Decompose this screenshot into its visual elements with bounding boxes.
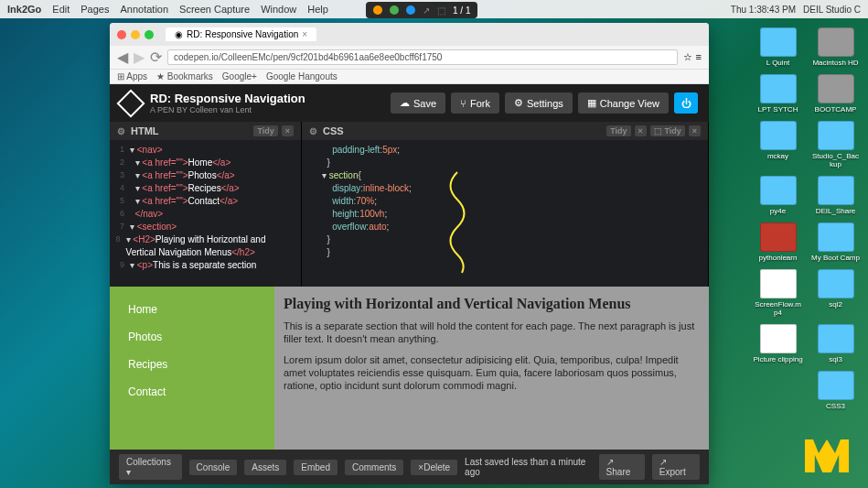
close-icon[interactable] [117, 30, 126, 39]
save-button[interactable]: ☁Save [391, 92, 445, 114]
css-close-2-button[interactable]: × [689, 125, 701, 136]
bookmark-hangouts[interactable]: Google Hangouts [266, 71, 338, 81]
icon-label: L Quint [766, 59, 790, 67]
reload-icon[interactable]: ⟳ [150, 49, 162, 66]
delete-button[interactable]: ×Delete [411, 460, 457, 475]
file-icon [760, 324, 797, 353]
desktop-icon[interactable]: ScreenFlow.mp4 [753, 269, 803, 317]
icon-label: LPT SYTCH [758, 105, 798, 114]
css-code-area[interactable]: padding-left:5px; } ▾ section{ display:i… [302, 140, 708, 287]
browser-window: ◉ RD: Responsive Navigation × ◀ ▶ ⟳ code… [110, 23, 709, 484]
folder-icon [818, 269, 854, 298]
menu-edit[interactable]: Edit [52, 4, 70, 15]
html-tidy-button[interactable]: Tidy [253, 125, 277, 136]
icon-label: BOOTCAMP [815, 105, 857, 114]
html-close-button[interactable]: × [282, 125, 294, 136]
menu-icon[interactable]: ≡ [696, 51, 702, 63]
preview-p1: This is a separate section that will hol… [284, 320, 700, 346]
desktop-icon[interactable]: BOOTCAMP [810, 74, 861, 114]
tab-title: RD: Responsive Navigation [187, 29, 298, 39]
preview-nav: Home Photos Recipes Contact [110, 287, 274, 450]
html-label: HTML [131, 125, 159, 136]
nav-contact[interactable]: Contact [110, 378, 274, 406]
icon-label: py4e [770, 207, 786, 215]
menu-help[interactable]: Help [307, 4, 328, 15]
bookmark-bookmarks[interactable]: ★ Bookmarks [156, 71, 213, 81]
maximize-icon[interactable] [145, 30, 154, 39]
html-editor: ⚙ HTML Tidy × 1▾ <nav> 2 ▾ <a href="">Ho… [110, 122, 302, 287]
menu-screen-capture[interactable]: Screen Capture [179, 4, 250, 15]
nav-home[interactable]: Home [110, 296, 274, 323]
pen-blue-icon[interactable] [406, 5, 415, 15]
css-tidy-2-button[interactable]: ⬚ Tidy [650, 125, 685, 136]
desktop-icon[interactable]: L Quint [753, 27, 803, 67]
desktop-icon[interactable]: Macintosh HD [810, 27, 861, 67]
desktop-icon[interactable]: DEIL_Share [810, 176, 861, 215]
back-icon[interactable]: ◀ [117, 49, 128, 66]
hd-icon [818, 74, 854, 103]
fork-button[interactable]: ⑂Fork [451, 92, 499, 114]
icon-label: ScreenFlow.mp4 [753, 300, 803, 317]
forward-icon[interactable]: ▶ [134, 49, 145, 66]
minimize-icon[interactable] [131, 30, 140, 39]
power-icon: ⏻ [681, 98, 691, 109]
bookmark-google-plus[interactable]: Google+ [222, 71, 257, 81]
browser-tab[interactable]: ◉ RD: Responsive Navigation × [166, 27, 316, 41]
icon-label: Macintosh HD [812, 59, 858, 67]
desktop-icon[interactable]: sql2 [810, 269, 861, 317]
css-settings-icon[interactable]: ⚙ [309, 126, 317, 136]
assets-button[interactable]: Assets [244, 460, 286, 475]
desktop-icon[interactable]: Studio_C_Backup [810, 121, 861, 168]
tool-icon[interactable]: ⬚ [437, 5, 445, 16]
menu-pages[interactable]: Pages [80, 4, 109, 15]
app-menu[interactable]: Ink2Go [7, 4, 41, 15]
collections-button[interactable]: Collections ▾ [119, 454, 182, 480]
settings-button[interactable]: ⚙Settings [505, 92, 573, 114]
arrow-icon[interactable]: ↗ [423, 5, 430, 16]
preview-p2: Lorem ipsum dolor sit amet, consectetur … [284, 353, 700, 393]
html-code-area[interactable]: 1▾ <nav> 2 ▾ <a href="">Home</a> 3 ▾ <a … [110, 140, 301, 287]
file-icon [760, 269, 797, 298]
css-tidy-button[interactable]: Tidy [606, 125, 630, 136]
desktop-icon[interactable]: sql3 [810, 324, 861, 363]
html-settings-icon[interactable]: ⚙ [117, 126, 125, 136]
desktop-icon[interactable]: Picture clipping [753, 324, 803, 363]
export-button[interactable]: ↗ Export [652, 454, 700, 480]
folder-icon [818, 176, 854, 205]
pen-orange-icon[interactable] [373, 5, 382, 15]
star-icon[interactable]: ☆ [683, 51, 692, 63]
bookmark-apps[interactable]: ⊞ Apps [117, 71, 147, 81]
desktop-icon[interactable]: mckay [753, 121, 803, 168]
url-input[interactable]: codepen.io/ColleenEMc/pen/9cf201bd4b6961… [167, 49, 678, 65]
tab-close-icon[interactable]: × [302, 29, 307, 39]
cloud-icon: ☁ [400, 97, 410, 109]
css-editor: ⚙ CSS Tidy × ⬚ Tidy × padding-left:5px; … [302, 122, 709, 287]
user-button[interactable]: ⏻ [674, 92, 698, 114]
embed-button[interactable]: Embed [294, 460, 338, 475]
share-button[interactable]: ↗ Share [599, 454, 645, 480]
fork-icon: ⑂ [460, 98, 466, 109]
menu-window[interactable]: Window [261, 4, 296, 15]
icon-label: Picture clipping [753, 355, 802, 363]
change-view-button[interactable]: ▦Change View [578, 92, 669, 114]
desktop-icon[interactable]: pythonlearn [753, 222, 803, 262]
codepen-logo-icon[interactable] [116, 89, 145, 117]
css-close-button[interactable]: × [635, 125, 647, 136]
comments-button[interactable]: Comments [345, 460, 403, 475]
nav-recipes[interactable]: Recipes [110, 351, 274, 378]
desktop-icon[interactable]: My Boot Camp [810, 222, 861, 262]
ink2go-toolbar[interactable]: ↗ ⬚ 1 / 1 [366, 2, 477, 18]
folder-icon [818, 371, 854, 400]
menubar-user: DEIL Studio C [803, 5, 861, 15]
pen-green-icon[interactable] [390, 5, 399, 15]
page-indicator: 1 / 1 [453, 5, 470, 16]
desktop-icon[interactable]: py4e [753, 176, 803, 215]
menu-annotation[interactable]: Annotation [120, 4, 168, 15]
desktop-icon[interactable]: CSS3 [810, 371, 861, 410]
nav-photos[interactable]: Photos [110, 323, 274, 351]
gear-icon: ⚙ [514, 97, 523, 109]
folder-icon [760, 74, 797, 103]
console-button[interactable]: Console [189, 460, 238, 475]
desktop-icon[interactable]: LPT SYTCH [753, 74, 803, 114]
folder-icon [760, 121, 797, 150]
